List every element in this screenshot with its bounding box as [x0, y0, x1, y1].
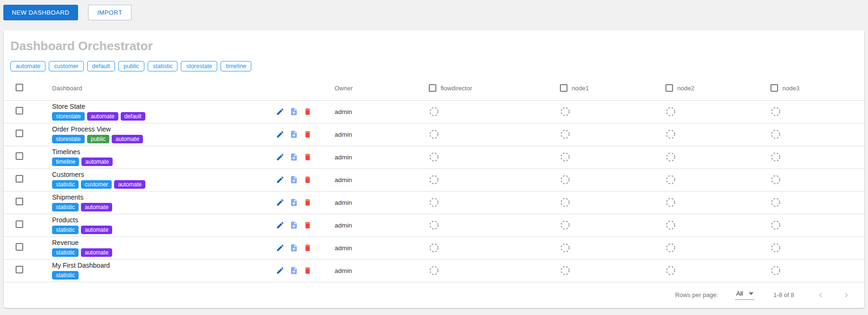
previous-page-icon[interactable] [816, 290, 825, 300]
row-checkbox[interactable] [16, 175, 23, 183]
node-status-circle-icon [665, 197, 676, 208]
edit-button[interactable] [276, 221, 284, 229]
node-status-circle-icon [665, 220, 676, 230]
table-footer: Rows per page: All 1-8 of 8 [4, 282, 864, 308]
owner-cell: admin [335, 131, 352, 138]
edit-button[interactable] [276, 175, 284, 184]
table-row: Customers statisticcustomerautomate admi… [4, 168, 864, 191]
node-status-circle-icon [560, 106, 570, 117]
duplicate-document-icon [290, 107, 298, 116]
row-checkbox[interactable] [16, 107, 23, 114]
node-column-header: node1 [572, 85, 589, 92]
delete-button[interactable] [303, 266, 312, 275]
filter-chip-list: automatecustomerdefaultpublicstatisticst… [10, 61, 864, 71]
filter-chip-default[interactable]: default [87, 61, 115, 71]
duplicate-document-icon [290, 175, 298, 184]
delete-button[interactable] [303, 221, 312, 229]
filter-chip-storestate[interactable]: storestate [181, 61, 217, 71]
delete-button[interactable] [303, 198, 312, 207]
delete-trash-icon [303, 244, 312, 252]
table-body: Store State storestateautomatedefault ad… [4, 100, 864, 282]
row-checkbox[interactable] [16, 220, 23, 228]
filter-chip-automate[interactable]: automate [10, 61, 45, 71]
new-dashboard-button[interactable]: NEW DASHBOARD [3, 5, 78, 20]
node-column-checkbox-node2[interactable] [665, 84, 673, 92]
tag-list: storestateautomatedefault [52, 112, 269, 121]
duplicate-document-icon [290, 130, 298, 139]
duplicate-button[interactable] [290, 221, 298, 229]
delete-button[interactable] [303, 153, 312, 161]
node-status-circle-icon [771, 243, 781, 253]
filter-chip-public[interactable]: public [118, 61, 144, 71]
row-checkbox[interactable] [16, 198, 23, 205]
node-status-circle-icon [429, 129, 439, 140]
node-column-checkbox-flowdirector[interactable] [429, 84, 436, 92]
node-status-circle-icon [429, 243, 439, 253]
edit-button[interactable] [276, 244, 284, 252]
table-row: Shipments statisticautomate admin [4, 191, 864, 214]
tag-list: statisticautomate [52, 226, 269, 234]
delete-button[interactable] [303, 244, 312, 252]
row-checkbox[interactable] [16, 266, 23, 273]
delete-button[interactable] [303, 130, 312, 139]
filter-chip-statistic[interactable]: statistic [148, 61, 178, 71]
row-checkbox[interactable] [16, 130, 23, 137]
edit-button[interactable] [276, 153, 284, 161]
rows-per-page-select[interactable]: All [735, 290, 754, 300]
row-checkbox[interactable] [16, 152, 23, 160]
node-status-circle-icon [665, 175, 676, 185]
select-all-checkbox[interactable] [16, 84, 23, 91]
top-toolbar: NEW DASHBOARD IMPORT [0, 0, 868, 20]
node-status-circle-icon [429, 175, 439, 185]
duplicate-button[interactable] [290, 130, 298, 139]
duplicate-button[interactable] [290, 198, 298, 207]
tag-list: statisticautomate [52, 203, 269, 211]
tag-statistic: statistic [52, 180, 79, 189]
delete-button[interactable] [303, 107, 312, 116]
node-status-circle-icon [771, 220, 781, 230]
edit-button[interactable] [276, 130, 284, 139]
next-page-icon[interactable] [841, 290, 851, 300]
node-status-circle-icon [429, 106, 439, 117]
owner-cell: admin [335, 222, 352, 229]
tag-automate: automate [81, 158, 113, 166]
filter-chip-timeline[interactable]: timeline [221, 61, 251, 71]
duplicate-button[interactable] [290, 266, 298, 275]
edit-button[interactable] [276, 198, 284, 207]
node-column-checkbox-node3[interactable] [771, 84, 778, 92]
edit-pencil-icon [276, 198, 284, 207]
duplicate-document-icon [290, 221, 298, 229]
row-checkbox[interactable] [16, 243, 23, 251]
filter-chip-customer[interactable]: customer [49, 61, 83, 71]
dashboard-name: Revenue [52, 239, 269, 247]
edit-button[interactable] [276, 107, 284, 116]
node-status-circle-icon [560, 265, 570, 276]
duplicate-button[interactable] [290, 153, 298, 161]
duplicate-button[interactable] [290, 107, 298, 116]
delete-button[interactable] [303, 175, 312, 184]
owner-cell: admin [335, 108, 352, 115]
edit-pencil-icon [276, 107, 284, 116]
node-status-circle-icon [665, 106, 676, 117]
tag-list: statisticautomate [52, 248, 269, 257]
edit-button[interactable] [276, 266, 284, 275]
tag-storestate: storestate [52, 135, 85, 143]
node-status-circle-icon [429, 152, 439, 162]
dashboard-name: Shipments [52, 193, 269, 201]
node-status-circle-icon [560, 197, 570, 208]
import-button[interactable]: IMPORT [88, 5, 132, 20]
tag-automate: automate [112, 135, 143, 143]
tag-timeline: timeline [52, 158, 79, 166]
tag-default: default [121, 112, 145, 121]
node-status-circle-icon [665, 129, 676, 140]
edit-pencil-icon [276, 266, 284, 275]
tag-statistic: statistic [52, 226, 79, 234]
node-column-checkbox-node1[interactable] [560, 84, 567, 92]
duplicate-button[interactable] [290, 244, 298, 252]
tag-statistic: statistic [52, 271, 79, 280]
dashboard-name: Store State [52, 103, 269, 111]
table-row: Products statisticautomate admin [4, 214, 864, 236]
tag-statistic: statistic [52, 248, 79, 257]
tag-list: timelineautomate [52, 158, 269, 166]
duplicate-button[interactable] [290, 175, 298, 184]
